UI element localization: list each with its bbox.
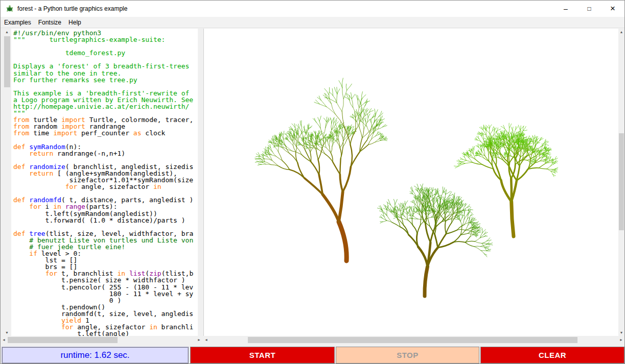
app-window: forest - a Python turtle graphics exampl… [0,0,625,364]
code-line: from time import perf_counter as clock [13,130,198,136]
code-line: http://homepage.univie.ac.at/erich.neuwi… [13,103,198,110]
scrollbar-row: ◄ ► ◄ ► [1,336,624,344]
window-title: forest - a Python turtle graphics exampl… [17,5,127,12]
tree-1 [255,78,388,261]
canvas-vscroll-thumb[interactable] [619,133,624,230]
window-controls: – □ × [554,1,624,17]
minimize-icon: – [564,6,568,11]
menubar: Examples Fontsize Help [1,17,624,28]
scroll-left-icon[interactable]: ◄ [1,336,7,343]
clear-button[interactable]: CLEAR [480,347,624,363]
close-button[interactable]: × [601,1,624,17]
minimize-button[interactable]: – [554,1,577,17]
code-line: t.forward( (1.0 * distance)/parts ) [13,217,198,224]
scroll-down-icon[interactable]: ▼ [4,329,10,336]
turtle-canvas [203,29,619,336]
close-icon: × [610,4,615,14]
code-line: tdemo_forest.py [13,50,198,56]
start-button[interactable]: START [190,347,335,363]
code-horizontal-scrollbar[interactable]: ◄ ► [1,336,202,344]
scroll-right-icon[interactable]: ► [196,336,202,343]
code-vertical-scrollbar[interactable]: ▲ ▼ [4,29,11,336]
canvas-vertical-scrollbar[interactable]: ▲ ▼ [618,29,624,336]
canvas-horizontal-scrollbar[interactable]: ◄ ► [203,336,624,344]
scroll-up-icon[interactable]: ▲ [4,29,10,35]
scroll-right-icon[interactable]: ► [618,336,624,343]
runtime-label: runtime: 1.62 sec. [2,347,189,363]
stop-button[interactable]: STOP [336,347,479,363]
code-area[interactable]: #!/usr/bin/env python3""" turtlegraphics… [11,29,198,336]
main-area: ▲ ▼ #!/usr/bin/env python3""" turtlegrap… [1,28,624,336]
tree-2 [378,184,493,296]
canvas-hscroll-thumb[interactable] [248,337,577,343]
maximize-button[interactable]: □ [577,1,601,17]
code-line: for angle, sizefactor in [13,183,198,190]
maximize-icon: □ [587,5,591,12]
menu-help[interactable]: Help [65,17,85,28]
menu-fontsize[interactable]: Fontsize [35,17,65,28]
scroll-up-icon[interactable]: ▲ [618,29,624,35]
code-hscroll-thumb[interactable] [8,337,118,343]
turtle-icon [6,5,14,13]
code-line: For further remarks see tree.py [13,77,198,83]
scroll-left-icon[interactable]: ◄ [203,336,210,343]
code-line: return randrange(-n,n+1) [13,150,198,157]
menu-examples[interactable]: Examples [1,17,35,28]
scroll-down-icon[interactable]: ▼ [618,329,624,336]
bottombar: runtime: 1.62 sec. START STOP CLEAR [1,344,624,363]
code-line: t.left(angle) [13,330,198,336]
code-line: """ turtlegraphics-example-suite: [13,36,198,43]
titlebar: forest - a Python turtle graphics exampl… [1,1,624,17]
code-vscroll-thumb[interactable] [4,36,10,87]
turtle-canvas-drawing [204,29,620,336]
